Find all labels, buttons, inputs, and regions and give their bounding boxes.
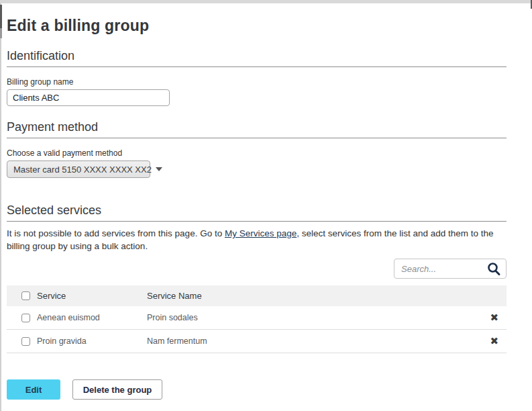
- left-edge-line: [0, 3, 1, 411]
- section-heading-selected-services: Selected services: [7, 203, 507, 222]
- left-scrollbar-fragment[interactable]: [0, 5, 2, 28]
- services-note: It is not possible to add services from …: [7, 228, 507, 253]
- header-checkbox-cell: [7, 291, 37, 300]
- table-row: Aenean euismod Proin sodales ✖: [7, 306, 507, 330]
- edit-button[interactable]: Edit: [7, 379, 60, 400]
- my-services-page-link[interactable]: My Services page: [225, 228, 297, 238]
- payment-method-selected-value: Master card 5150 XXXX XXXX XX2: [13, 165, 152, 175]
- edit-billing-group-page: Edit a billing group Identification Bill…: [7, 3, 507, 400]
- select-all-checkbox[interactable]: [21, 291, 30, 300]
- table-row: Proin gravida Nam fermentum ✖: [7, 330, 507, 353]
- services-table: Service Service Name Aenean euismod Proi…: [7, 285, 507, 353]
- row-checkbox-cell: [7, 337, 37, 346]
- services-note-text-before: It is not possible to add services from …: [7, 228, 225, 238]
- row-checkbox-cell: [7, 314, 37, 322]
- search-icon[interactable]: [486, 261, 501, 276]
- section-heading-payment-method: Payment method: [7, 120, 507, 138]
- payment-method-label: Choose a valid payment method: [7, 148, 507, 158]
- search-box: [394, 259, 507, 279]
- row-checkbox[interactable]: [21, 337, 30, 346]
- billing-group-name-label: Billing group name: [7, 77, 507, 87]
- page-title: Edit a billing group: [7, 17, 507, 35]
- service-cell: Aenean euismod: [37, 313, 147, 322]
- services-table-header-row: Service Service Name: [7, 285, 507, 306]
- service-name-cell: Nam fermentum: [147, 336, 478, 346]
- billing-group-name-input[interactable]: [7, 89, 170, 106]
- caret-down-icon: [156, 167, 162, 171]
- column-header-service: Service: [37, 291, 147, 301]
- remove-row-x-icon[interactable]: ✖: [490, 312, 498, 324]
- section-heading-identification: Identification: [7, 49, 507, 67]
- left-scrollbar-fragment-faded[interactable]: [0, 28, 2, 38]
- service-name-cell: Proin sodales: [147, 313, 478, 322]
- remove-row-x-icon[interactable]: ✖: [490, 335, 498, 347]
- row-checkbox[interactable]: [21, 314, 30, 322]
- service-cell: Proin gravida: [37, 336, 147, 346]
- payment-method-select[interactable]: Master card 5150 XXXX XXXX XX2: [7, 161, 150, 178]
- delete-group-button[interactable]: Delete the group: [72, 379, 162, 400]
- column-header-service-name: Service Name: [147, 291, 478, 301]
